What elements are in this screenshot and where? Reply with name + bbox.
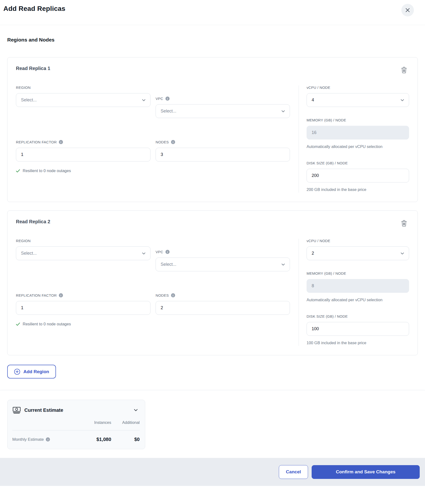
memory-label: MEMORY (GB) / NODE — [307, 271, 409, 275]
chevron-down-icon — [400, 98, 405, 103]
replica-card-1: Read Replica 1 REGION Select... — [7, 57, 418, 202]
instances-value: $1,080 — [75, 437, 111, 442]
vcpu-field: vCPU / NODE 4 — [307, 85, 409, 107]
select-placeholder: Select... — [161, 262, 176, 267]
replica-title: Read Replica 2 — [16, 219, 50, 224]
nodes-input[interactable] — [156, 148, 290, 161]
estimate-divider — [12, 430, 140, 430]
additional-column-header: Additional — [111, 420, 140, 425]
memory-note: Automatically allocated per vCPU selecti… — [307, 144, 398, 150]
resilience-note: Resilient to 0 node outages — [16, 322, 151, 326]
check-icon — [16, 169, 20, 173]
region-field: REGION Select... — [16, 239, 151, 271]
info-icon[interactable]: i — [165, 250, 170, 254]
nodes-label: NODES i — [156, 140, 290, 144]
nodes-input[interactable] — [156, 301, 290, 315]
vcpu-field: vCPU / NODE 2 — [307, 239, 409, 260]
chevron-down-icon — [133, 407, 139, 413]
info-icon[interactable]: i — [171, 293, 175, 297]
info-icon[interactable]: i — [165, 97, 170, 101]
banknote-icon — [12, 406, 21, 414]
vcpu-label: vCPU / NODE — [307, 239, 409, 243]
vcpu-label: vCPU / NODE — [307, 85, 409, 90]
chevron-down-icon — [141, 98, 146, 103]
disk-field: DISK SIZE (GB) / NODE 200 GB included in… — [307, 161, 409, 193]
chevron-down-icon — [281, 109, 286, 114]
trash-icon — [400, 219, 408, 227]
plus-circle-icon — [14, 369, 20, 375]
check-icon — [16, 322, 20, 326]
delete-replica-button[interactable] — [400, 219, 408, 228]
vpc-field: VPC i Select... — [156, 97, 290, 118]
region-label: REGION — [16, 85, 151, 90]
trash-icon — [400, 66, 408, 74]
estimate-column-headers: Instances Additional — [12, 420, 140, 425]
close-icon — [405, 7, 410, 13]
region-select[interactable]: Select... — [16, 93, 151, 107]
memory-input — [307, 279, 409, 293]
info-icon[interactable]: i — [171, 140, 175, 144]
disk-note: 100 GB included in the base price — [307, 340, 398, 346]
info-icon[interactable]: i — [46, 437, 50, 441]
additional-value: $0 — [111, 437, 140, 442]
nodes-label: NODES i — [156, 293, 290, 297]
vpc-select[interactable]: Select... — [156, 258, 290, 271]
current-estimate-panel: Current Estimate Instances Additional Mo… — [7, 400, 145, 449]
instances-column-header: Instances — [75, 420, 111, 425]
disk-input[interactable] — [307, 322, 409, 336]
replica-title: Read Replica 1 — [16, 66, 50, 71]
monthly-estimate-row: Monthly Estimate i $1,080 $0 — [12, 437, 140, 442]
region-field: REGION Select... — [16, 85, 151, 118]
modal-header: Add Read Replicas — [0, 0, 425, 25]
chevron-down-icon — [400, 251, 405, 256]
vpc-label: VPC i — [156, 97, 290, 101]
monthly-estimate-label: Monthly Estimate — [12, 437, 44, 442]
add-region-button[interactable]: Add Region — [7, 365, 56, 378]
vcpu-select[interactable]: 2 — [307, 246, 409, 260]
disk-field: DISK SIZE (GB) / NODE 100 GB included in… — [307, 314, 409, 346]
chevron-down-icon — [141, 251, 146, 256]
select-placeholder: Select... — [21, 98, 37, 103]
replication-factor-label: REPLICATION FACTOR i — [16, 140, 151, 144]
disk-note: 200 GB included in the base price — [307, 187, 398, 193]
chevron-down-icon — [281, 262, 286, 267]
estimate-area: Current Estimate Instances Additional Mo… — [0, 390, 425, 458]
vpc-field: VPC i Select... — [156, 250, 290, 271]
estimate-title: Current Estimate — [24, 407, 132, 413]
estimate-collapse-button[interactable] — [132, 406, 140, 414]
modal-body: Regions and Nodes Read Replica 1 REGION — [0, 37, 425, 378]
modal-title: Add Read Replicas — [3, 5, 65, 13]
memory-field: MEMORY (GB) / NODE Automatically allocat… — [307, 118, 409, 150]
nodes-field: NODES i — [156, 140, 290, 173]
close-button[interactable] — [401, 4, 414, 16]
resilience-note: Resilient to 0 node outages — [16, 168, 151, 173]
vpc-select[interactable]: Select... — [156, 104, 290, 118]
disk-input[interactable] — [307, 169, 409, 182]
memory-field: MEMORY (GB) / NODE Automatically allocat… — [307, 271, 409, 303]
region-select[interactable]: Select... — [16, 246, 151, 260]
confirm-save-button[interactable]: Confirm and Save Changes — [312, 465, 420, 479]
cancel-button[interactable]: Cancel — [279, 465, 308, 479]
modal-footer: Cancel Confirm and Save Changes — [0, 458, 425, 486]
info-icon[interactable]: i — [59, 140, 63, 144]
select-placeholder: Select... — [161, 109, 176, 114]
delete-replica-button[interactable] — [400, 66, 408, 74]
select-placeholder: Select... — [21, 251, 37, 256]
replica-card-2: Read Replica 2 REGION Select... — [7, 210, 418, 355]
section-title: Regions and Nodes — [7, 37, 418, 43]
memory-input — [307, 126, 409, 140]
replication-factor-input[interactable] — [16, 301, 151, 315]
replication-factor-input[interactable] — [16, 148, 151, 161]
memory-note: Automatically allocated per vCPU selecti… — [307, 297, 398, 303]
info-icon[interactable]: i — [59, 293, 63, 297]
add-region-label: Add Region — [23, 369, 49, 374]
replication-factor-field: REPLICATION FACTOR i Resilient to 0 node… — [16, 140, 151, 173]
region-label: REGION — [16, 239, 151, 243]
disk-label: DISK SIZE (GB) / NODE — [307, 314, 409, 318]
replication-factor-label: REPLICATION FACTOR i — [16, 293, 151, 297]
vpc-label: VPC i — [156, 250, 290, 254]
vcpu-select[interactable]: 4 — [307, 93, 409, 107]
replication-factor-field: REPLICATION FACTOR i Resilient to 0 node… — [16, 293, 151, 326]
disk-label: DISK SIZE (GB) / NODE — [307, 161, 409, 165]
memory-label: MEMORY (GB) / NODE — [307, 118, 409, 122]
